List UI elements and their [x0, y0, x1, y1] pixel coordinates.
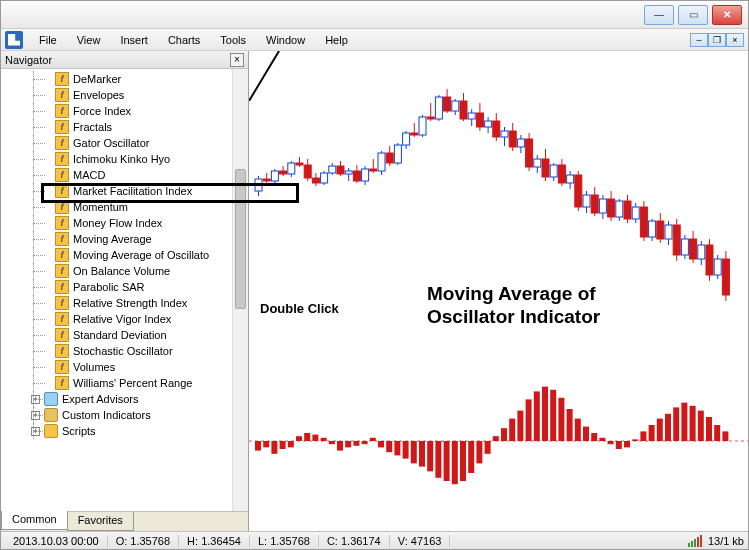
indicator-icon: f — [55, 376, 69, 390]
indicator-item[interactable]: fIchimoku Kinko Hyo — [3, 151, 248, 167]
menu-file[interactable]: File — [29, 32, 67, 48]
indicator-label: Williams' Percent Range — [73, 377, 192, 389]
indicator-item[interactable]: fForce Index — [3, 103, 248, 119]
menu-charts[interactable]: Charts — [158, 32, 210, 48]
expand-icon[interactable]: + — [31, 411, 40, 420]
svg-rect-71 — [542, 159, 549, 177]
connection-bars-icon — [688, 535, 702, 547]
menu-insert[interactable]: Insert — [110, 32, 158, 48]
group-icon — [44, 392, 58, 406]
svg-rect-99 — [657, 221, 664, 239]
minimize-button[interactable]: — — [644, 5, 674, 25]
group-icon — [44, 424, 58, 438]
indicator-item[interactable]: fMoney Flow Index — [3, 215, 248, 231]
indicator-item[interactable]: fEnvelopes — [3, 87, 248, 103]
scrollbar-thumb[interactable] — [235, 169, 246, 309]
chart-area[interactable]: Double Click Moving Average of Oscillato… — [249, 51, 748, 531]
svg-rect-61 — [501, 131, 508, 137]
close-button[interactable]: ✕ — [712, 5, 742, 25]
menu-window[interactable]: Window — [256, 32, 315, 48]
expand-icon[interactable]: + — [31, 427, 40, 436]
menu-help[interactable]: Help — [315, 32, 358, 48]
svg-rect-168 — [673, 407, 679, 441]
navigator-tree[interactable]: fDeMarkerfEnvelopesfForce IndexfFractals… — [1, 69, 248, 511]
indicator-item[interactable]: fMoving Average of Oscillato — [3, 247, 248, 263]
status-bar: 2013.10.03 00:00 O: 1.35768 H: 1.36454 L… — [1, 531, 748, 550]
mdi-close-button[interactable]: × — [726, 33, 744, 47]
chart-canvas — [249, 51, 749, 531]
indicator-item[interactable]: fMomentum — [3, 199, 248, 215]
menu-tools[interactable]: Tools — [210, 32, 256, 48]
svg-rect-162 — [624, 441, 630, 447]
svg-rect-163 — [632, 439, 638, 441]
group-icon — [44, 408, 58, 422]
svg-rect-111 — [706, 245, 713, 275]
navigator-panel: Navigator × fDeMarkerfEnvelopesfForce In… — [1, 51, 249, 531]
indicator-label: On Balance Volume — [73, 265, 170, 277]
indicator-item[interactable]: fStochastic Oscillator — [3, 343, 248, 359]
indicator-label: Gator Oscillator — [73, 137, 149, 149]
indicator-label: Momentum — [73, 201, 128, 213]
maximize-button[interactable]: ▭ — [678, 5, 708, 25]
indicator-item[interactable]: fWilliams' Percent Range — [3, 375, 248, 391]
indicator-item[interactable]: fRelative Strength Index — [3, 295, 248, 311]
indicator-item[interactable]: fMACD — [3, 167, 248, 183]
svg-rect-131 — [370, 438, 376, 441]
svg-rect-157 — [583, 427, 589, 441]
expand-icon[interactable]: + — [31, 395, 40, 404]
svg-rect-57 — [485, 121, 492, 127]
svg-rect-85 — [599, 199, 606, 213]
svg-rect-158 — [591, 433, 597, 441]
navigator-close-button[interactable]: × — [230, 53, 244, 67]
indicator-item[interactable]: fMarket Facilitation Index — [3, 183, 248, 199]
tab-favorites[interactable]: Favorites — [67, 512, 134, 531]
indicator-item[interactable]: fDeMarker — [3, 71, 248, 87]
indicator-label: MACD — [73, 169, 105, 181]
mdi-minimize-button[interactable]: – — [690, 33, 708, 47]
indicator-item[interactable]: fVolumes — [3, 359, 248, 375]
svg-rect-155 — [567, 409, 573, 441]
navigator-tabs: Common Favorites — [1, 511, 248, 531]
indicator-icon: f — [55, 232, 69, 246]
indicator-item[interactable]: fRelative Vigor Index — [3, 311, 248, 327]
indicator-label: Force Index — [73, 105, 131, 117]
navigator-scrollbar[interactable] — [232, 69, 248, 511]
svg-rect-169 — [681, 403, 687, 441]
svg-rect-69 — [534, 159, 541, 167]
svg-rect-115 — [722, 259, 729, 295]
indicator-icon: f — [55, 200, 69, 214]
svg-rect-67 — [526, 139, 533, 167]
svg-rect-63 — [509, 131, 516, 147]
svg-rect-173 — [714, 425, 720, 441]
indicator-item[interactable]: fStandard Deviation — [3, 327, 248, 343]
svg-rect-170 — [690, 406, 696, 441]
indicator-item[interactable]: fMoving Average — [3, 231, 248, 247]
group-label: Expert Advisors — [62, 393, 138, 405]
indicator-icon: f — [55, 248, 69, 262]
indicator-label: Fractals — [73, 121, 112, 133]
svg-rect-89 — [616, 201, 623, 217]
indicator-item[interactable]: fFractals — [3, 119, 248, 135]
svg-rect-23 — [345, 171, 352, 174]
svg-rect-59 — [493, 121, 500, 137]
svg-rect-109 — [698, 245, 705, 259]
indicator-label: Parabolic SAR — [73, 281, 145, 293]
svg-rect-166 — [657, 419, 663, 441]
status-open: O: 1.35768 — [108, 535, 179, 547]
tree-group[interactable]: +Expert Advisors — [3, 391, 248, 407]
tree-group[interactable]: +Custom Indicators — [3, 407, 248, 423]
svg-rect-51 — [460, 101, 467, 119]
svg-rect-87 — [608, 199, 615, 217]
tab-common[interactable]: Common — [1, 511, 68, 530]
indicator-item[interactable]: fOn Balance Volume — [3, 263, 248, 279]
mdi-restore-button[interactable]: ❐ — [708, 33, 726, 47]
svg-rect-149 — [517, 411, 523, 441]
svg-rect-120 — [280, 441, 286, 449]
menu-view[interactable]: View — [67, 32, 111, 48]
svg-rect-19 — [329, 166, 336, 173]
tree-group[interactable]: +Scripts — [3, 423, 248, 439]
indicator-item[interactable]: fParabolic SAR — [3, 279, 248, 295]
svg-rect-125 — [321, 438, 327, 441]
indicator-item[interactable]: fGator Oscillator — [3, 135, 248, 151]
svg-rect-130 — [362, 441, 368, 444]
